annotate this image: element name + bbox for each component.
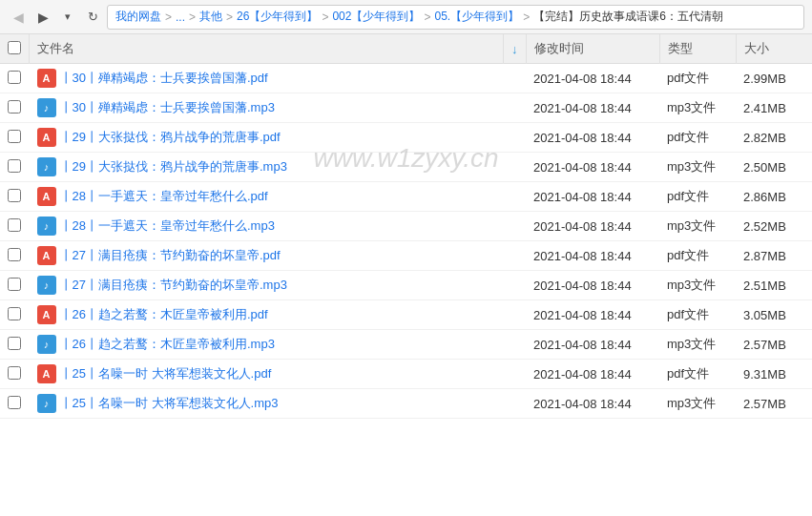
row-filename-cell: A丨27丨满目疮痍：节约勤奋的坏皇帝.pdf — [30, 241, 527, 271]
nav-bar: ◀ ▶ ▾ ↻ 我的网盘 > ... > 其他 > 26【少年得到】 > 002… — [0, 0, 812, 34]
row-size: 2.82MB — [736, 123, 812, 153]
row-checkbox[interactable] — [8, 189, 21, 202]
table-row: A丨30丨殚精竭虑：士兵要挨曾国藩.pdf2021-04-08 18:44pdf… — [0, 64, 812, 93]
row-checkbox-cell — [0, 360, 30, 389]
row-checkbox[interactable] — [8, 130, 21, 143]
row-type: pdf文件 — [659, 241, 736, 271]
table-header-row: 文件名 ↓ 修改时间 类型 大小 — [0, 34, 812, 64]
row-modified: 2021-04-08 18:44 — [526, 93, 659, 123]
row-checkbox-cell — [0, 93, 30, 123]
row-checkbox-cell — [0, 241, 30, 271]
header-modified[interactable]: 修改时间 — [526, 34, 659, 64]
row-modified: 2021-04-08 18:44 — [526, 389, 659, 419]
breadcrumb-item-05[interactable]: 05.【少年得到】 — [434, 9, 519, 25]
row-checkbox-cell — [0, 153, 30, 182]
breadcrumb-item-other[interactable]: 其他 — [199, 9, 222, 25]
header-sort-icon[interactable]: ↓ — [504, 34, 527, 64]
table-row: ♪丨29丨大张挞伐：鸦片战争的荒唐事.mp32021-04-08 18:44mp… — [0, 153, 812, 182]
table-row: A丨28丨一手遮天：皇帝过年愁什么.pdf2021-04-08 18:44pdf… — [0, 182, 812, 212]
pdf-icon: A — [37, 364, 56, 383]
mp3-icon: ♪ — [37, 394, 56, 413]
file-table-container: 文件名 ↓ 修改时间 类型 大小 A丨30丨殚精竭虑：士兵要挨曾国藩.pdf20… — [0, 34, 812, 516]
row-filename-cell: ♪丨26丨趋之若鹜：木匠皇帝被利用.mp3 — [30, 330, 527, 360]
row-size: 2.51MB — [736, 271, 812, 300]
row-filename-cell: A丨30丨殚精竭虑：士兵要挨曾国藩.pdf — [30, 64, 527, 93]
row-filename-text[interactable]: 丨26丨趋之若鹜：木匠皇帝被利用.mp3 — [60, 337, 275, 351]
row-size: 2.57MB — [736, 330, 812, 360]
row-modified: 2021-04-08 18:44 — [526, 153, 659, 182]
row-checkbox[interactable] — [8, 278, 21, 291]
row-filename-text[interactable]: 丨26丨趋之若鹜：木匠皇帝被利用.pdf — [60, 307, 268, 321]
row-checkbox[interactable] — [8, 71, 21, 84]
row-checkbox[interactable] — [8, 159, 21, 173]
row-size: 2.41MB — [736, 93, 812, 123]
row-size: 9.31MB — [736, 360, 812, 389]
pdf-icon: A — [37, 69, 56, 88]
table-row: ♪丨27丨满目疮痍：节约勤奋的坏皇帝.mp32021-04-08 18:44mp… — [0, 271, 812, 300]
header-type[interactable]: 类型 — [659, 34, 736, 64]
forward-button[interactable]: ▶ — [32, 7, 53, 28]
row-checkbox-cell — [0, 389, 30, 419]
breadcrumb-sep: > — [165, 10, 172, 24]
row-filename-text[interactable]: 丨29丨大张挞伐：鸦片战争的荒唐事.pdf — [60, 130, 281, 144]
row-filename-text[interactable]: 丨30丨殚精竭虑：士兵要挨曾国藩.mp3 — [60, 100, 275, 114]
pdf-icon: A — [37, 305, 56, 324]
row-type: mp3文件 — [659, 93, 736, 123]
row-filename-cell: ♪丨29丨大张挞伐：鸦片战争的荒唐事.mp3 — [30, 153, 527, 182]
row-checkbox[interactable] — [8, 100, 21, 114]
row-checkbox[interactable] — [8, 218, 21, 232]
dropdown-button[interactable]: ▾ — [57, 7, 78, 28]
table-row: A丨29丨大张挞伐：鸦片战争的荒唐事.pdf2021-04-08 18:44pd… — [0, 123, 812, 153]
header-filename[interactable]: 文件名 — [30, 34, 504, 64]
mp3-icon: ♪ — [37, 157, 56, 176]
row-type: pdf文件 — [659, 123, 736, 153]
breadcrumb-sep: > — [322, 10, 328, 24]
row-checkbox[interactable] — [8, 248, 21, 261]
row-size: 2.50MB — [736, 153, 812, 182]
row-filename-text[interactable]: 丨28丨一手遮天：皇帝过年愁什么.pdf — [60, 189, 268, 203]
row-size: 2.87MB — [736, 241, 812, 271]
row-filename-cell: A丨26丨趋之若鹜：木匠皇帝被利用.pdf — [30, 300, 527, 330]
breadcrumb-item-26[interactable]: 26【少年得到】 — [237, 9, 318, 25]
file-table-body: A丨30丨殚精竭虑：士兵要挨曾国藩.pdf2021-04-08 18:44pdf… — [0, 64, 812, 419]
row-checkbox[interactable] — [8, 337, 21, 350]
row-size: 3.05MB — [736, 300, 812, 330]
table-row: A丨25丨名噪一时 大将军想装文化人.pdf2021-04-08 18:44pd… — [0, 360, 812, 389]
row-checkbox-cell — [0, 300, 30, 330]
row-filename-text[interactable]: 丨25丨名噪一时 大将军想装文化人.mp3 — [60, 396, 279, 410]
row-filename-text[interactable]: 丨27丨满目疮痍：节约勤奋的坏皇帝.mp3 — [60, 278, 287, 292]
row-checkbox-cell — [0, 123, 30, 153]
row-modified: 2021-04-08 18:44 — [526, 330, 659, 360]
mp3-icon: ♪ — [37, 217, 56, 236]
row-filename-cell: ♪丨25丨名噪一时 大将军想装文化人.mp3 — [30, 389, 527, 419]
row-checkbox[interactable] — [8, 307, 21, 320]
header-size[interactable]: 大小 — [736, 34, 812, 64]
breadcrumb-item-002[interactable]: 002【少年得到】 — [332, 9, 420, 25]
breadcrumb-current: 【完结】历史故事成语课6：五代清朝 — [533, 9, 723, 25]
breadcrumb-sep: > — [226, 10, 233, 24]
mp3-icon: ♪ — [37, 335, 56, 354]
breadcrumb-item-home[interactable]: 我的网盘 — [115, 9, 161, 25]
breadcrumb-sep: > — [424, 10, 430, 24]
table-row: A丨27丨满目疮痍：节约勤奋的坏皇帝.pdf2021-04-08 18:44pd… — [0, 241, 812, 271]
select-all-checkbox[interactable] — [8, 41, 21, 54]
row-filename-text[interactable]: 丨28丨一手遮天：皇帝过年愁什么.mp3 — [60, 218, 275, 233]
file-table: 文件名 ↓ 修改时间 类型 大小 A丨30丨殚精竭虑：士兵要挨曾国藩.pdf20… — [0, 34, 812, 419]
row-checkbox[interactable] — [8, 396, 21, 409]
row-filename-text[interactable]: 丨29丨大张挞伐：鸦片战争的荒唐事.mp3 — [60, 159, 287, 174]
row-modified: 2021-04-08 18:44 — [526, 241, 659, 271]
refresh-button[interactable]: ↻ — [82, 7, 103, 28]
row-filename-text[interactable]: 丨27丨满目疮痍：节约勤奋的坏皇帝.pdf — [60, 248, 281, 262]
row-modified: 2021-04-08 18:44 — [526, 182, 659, 212]
pdf-icon: A — [37, 187, 56, 206]
row-type: pdf文件 — [659, 360, 736, 389]
row-checkbox-cell — [0, 64, 30, 93]
row-filename-text[interactable]: 丨25丨名噪一时 大将军想装文化人.pdf — [60, 366, 272, 381]
row-checkbox[interactable] — [8, 366, 21, 380]
breadcrumb-item-ellipsis[interactable]: ... — [176, 10, 185, 24]
breadcrumb-sep: > — [189, 10, 196, 24]
row-modified: 2021-04-08 18:44 — [526, 64, 659, 93]
row-size: 2.57MB — [736, 389, 812, 419]
row-filename-text[interactable]: 丨30丨殚精竭虑：士兵要挨曾国藩.pdf — [60, 71, 268, 85]
back-button[interactable]: ◀ — [8, 7, 29, 28]
